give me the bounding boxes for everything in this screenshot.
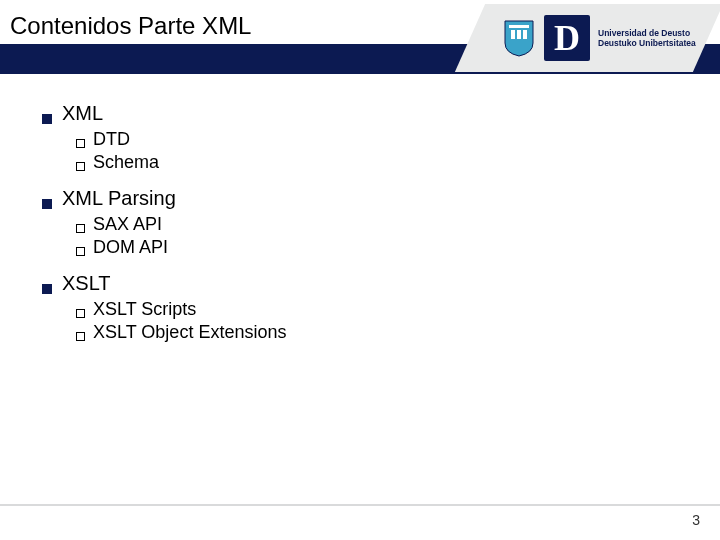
outline-sublabel: DOM API <box>93 237 168 258</box>
outline-label: XSLT <box>62 272 111 295</box>
slide: Contenidos Parte XML D Universidad de De… <box>0 0 720 540</box>
outline-sublabel: XSLT Scripts <box>93 299 196 320</box>
logo-inner: D Universidad de Deusto Deustuko Unibert… <box>502 10 702 66</box>
outline-sublabel: Schema <box>93 152 159 173</box>
outline-label: XML Parsing <box>62 187 176 210</box>
outline-subitem: DTD <box>76 129 662 150</box>
svg-rect-3 <box>523 30 527 39</box>
svg-rect-1 <box>511 30 515 39</box>
outline-subgroup: XSLT Scripts XSLT Object Extensions <box>76 299 662 343</box>
open-square-bullet-icon <box>76 162 85 171</box>
outline-subitem: Schema <box>76 152 662 173</box>
outline-subgroup: SAX API DOM API <box>76 214 662 258</box>
square-bullet-icon <box>42 284 52 294</box>
shield-icon <box>502 19 536 57</box>
outline-subitem: SAX API <box>76 214 662 235</box>
outline-sublabel: DTD <box>93 129 130 150</box>
outline-item: XML <box>42 102 662 125</box>
footer-divider <box>0 504 720 506</box>
logo-line2: Deustuko Unibertsitatea <box>598 38 696 48</box>
outline-subitem: XSLT Object Extensions <box>76 322 662 343</box>
open-square-bullet-icon <box>76 332 85 341</box>
square-bullet-icon <box>42 114 52 124</box>
open-square-bullet-icon <box>76 309 85 318</box>
university-logo: D Universidad de Deusto Deustuko Unibert… <box>496 4 708 72</box>
outline-sublabel: SAX API <box>93 214 162 235</box>
svg-rect-0 <box>509 25 529 28</box>
outline-subitem: DOM API <box>76 237 662 258</box>
outline-label: XML <box>62 102 103 125</box>
square-bullet-icon <box>42 199 52 209</box>
content-outline: XML DTD Schema XML Parsing SAX API DOM <box>42 100 662 357</box>
open-square-bullet-icon <box>76 247 85 256</box>
outline-subgroup: DTD Schema <box>76 129 662 173</box>
logo-letter: D <box>544 15 590 61</box>
logo-line1: Universidad de Deusto <box>598 28 696 38</box>
open-square-bullet-icon <box>76 139 85 148</box>
logo-text: Universidad de Deusto Deustuko Unibertsi… <box>598 28 696 48</box>
outline-item: XML Parsing <box>42 187 662 210</box>
svg-rect-2 <box>517 30 521 39</box>
outline-item: XSLT <box>42 272 662 295</box>
outline-sublabel: XSLT Object Extensions <box>93 322 286 343</box>
outline-subitem: XSLT Scripts <box>76 299 662 320</box>
page-number: 3 <box>692 512 700 528</box>
open-square-bullet-icon <box>76 224 85 233</box>
